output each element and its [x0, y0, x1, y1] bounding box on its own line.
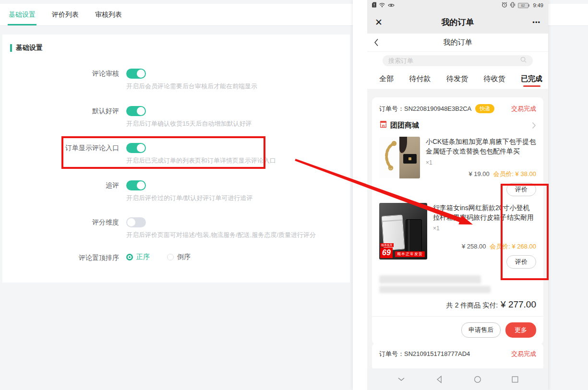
order-header: 订单号：SN2208190948E3B2CA 快递 交易完成: [379, 104, 536, 113]
evaluate-button[interactable]: 评价: [506, 183, 536, 196]
after-sale-button[interactable]: 申请售后: [461, 322, 501, 338]
evaluate-button[interactable]: 评价: [506, 255, 536, 269]
radio-dot-unchecked: [167, 254, 174, 260]
tab-label: 审核列表: [95, 11, 122, 19]
sim-card-alert-icon: [372, 1, 376, 10]
android-back-icon[interactable]: [435, 375, 444, 384]
product-price: ¥ 19.00: [468, 170, 489, 177]
setting-help: 开启后已完成订单的列表页和订单详情页显示评论入口: [126, 156, 276, 165]
order-sn: SN2208190948E3B2CA: [404, 105, 471, 112]
order-item[interactable]: 小CK链条加粗加宽单肩腋下包手提包金属链子改造替换包包配件单买 ×1 ¥ 19.…: [379, 137, 536, 196]
product-image-luggage: 领券低至 69 顺丰正常发货: [379, 203, 427, 260]
more-button[interactable]: 更多: [505, 322, 536, 338]
chevron-right-icon: [532, 122, 536, 129]
product-image-chain-bag: [379, 137, 420, 178]
member-price: 会员价: ¥ 268.00: [490, 243, 536, 250]
search-section: [367, 52, 548, 69]
order-card: 订单号：SN2208190948E3B2CA 快递 交易完成 团团商城: [372, 97, 543, 344]
product-price: ¥ 258.00: [462, 243, 486, 250]
radio-descending[interactable]: 倒序: [167, 253, 191, 261]
android-home-icon[interactable]: [473, 375, 482, 384]
express-badge: 快递: [475, 104, 494, 113]
order-actions: 申请售后 更多: [379, 317, 536, 338]
tab-review-list[interactable]: 评价列表: [51, 4, 80, 25]
tab-all[interactable]: 全部: [379, 70, 394, 88]
sort-radio-group: 正序 倒序: [126, 253, 191, 261]
phone-screenshot: 62 9:49 ✕ 我的订单 ••• 我的订单 全部: [353, 0, 548, 390]
toggle-rating-dimension[interactable]: [126, 217, 146, 227]
android-recents-icon[interactable]: [511, 375, 519, 384]
tab-completed[interactable]: 已完成: [521, 70, 542, 88]
phone-screen: 62 9:49 ✕ 我的订单 ••• 我的订单 全部: [367, 0, 548, 390]
tab-audit-list[interactable]: 审核列表: [94, 4, 123, 25]
alarm-icon: [502, 1, 507, 10]
battery-icon: 62: [518, 3, 529, 8]
total-price: ¥ 277.00: [501, 299, 536, 309]
eye-protection-icon: [388, 1, 395, 10]
setting-label: 默认好评: [2, 106, 119, 116]
wechat-title: 我的订单: [394, 17, 521, 28]
order-sn-label: 订单号：: [379, 105, 404, 112]
order-sn: SN2109151718777AD4: [404, 350, 470, 357]
setting-help: 开启后评价页面可对描述/包装,物流服务/配送,服务态度/质量进行评分: [126, 231, 316, 239]
total-label: 共 2 件商品 实付:: [446, 301, 500, 309]
vibrate-icon: [510, 1, 516, 10]
app-nav-title: 我的订单: [367, 38, 548, 47]
order-status: 交易完成: [511, 350, 536, 358]
setting-row-rating-dimension: 评分维度 开启后评价页面可对描述/包装,物流服务/配送,服务态度/质量进行评分: [2, 217, 350, 246]
toggle-comment-audit[interactable]: [126, 69, 146, 79]
wechat-header: ✕ 我的订单 •••: [367, 11, 548, 34]
product-qty: ×1: [426, 159, 536, 166]
setting-row-follow-up-review: 追评 开启后评价过的订单/默认好评订单可进行追评: [2, 180, 350, 209]
more-menu-icon[interactable]: •••: [521, 19, 540, 26]
tab-pending-shipment[interactable]: 待发货: [446, 70, 468, 88]
back-chevron-icon[interactable]: [374, 38, 379, 47]
tab-label: 基础设置: [9, 11, 36, 19]
order-sn-label: 订单号：: [379, 350, 404, 357]
toggle-default-good-review[interactable]: [126, 106, 146, 116]
setting-label: 订单显示评论入口: [2, 143, 119, 153]
redacted-address: [379, 275, 536, 293]
section-title-text: 基础设置: [16, 44, 43, 52]
setting-label: 评论审核: [2, 69, 119, 79]
setting-row-order-review-entry: 订单显示评论入口 开启后已完成订单的列表页和订单详情页显示评论入口: [2, 143, 350, 172]
radio-dot-checked: [126, 254, 133, 260]
coupon-mini-badge: 领券低至: [380, 243, 394, 247]
price-69-badge: 69: [380, 248, 393, 258]
section-title: 基础设置: [10, 44, 43, 52]
battery-percent: 62: [518, 3, 528, 8]
search-input-pill[interactable]: [383, 55, 533, 66]
member-price: 会员价: ¥ 38.00: [493, 170, 536, 177]
tab-basic-settings[interactable]: 基础设置: [8, 4, 36, 25]
order-list-area: 订单号：SN2208190948E3B2CA 快递 交易完成 团团商城: [367, 89, 548, 368]
tab-pending-receipt[interactable]: 待收货: [484, 70, 505, 88]
shop-row[interactable]: 团团商城: [379, 120, 536, 130]
setting-label: 评论置顶排序: [2, 253, 119, 263]
product-title: 小CK链条加粗加宽单肩腋下包手提包金属链子改造替换包包配件单买: [426, 137, 536, 156]
product-qty: ×1: [433, 225, 536, 232]
hide-nav-chevron-icon[interactable]: [396, 375, 407, 384]
setting-help: 开启后会员评论需要后台审核后才能在前端显示: [126, 82, 257, 91]
phone-status-bar: 62 9:49: [367, 0, 548, 11]
page: 基础设置 评价列表 审核列表 基础设置 评论审核 开启后会员评论需要后台审核后才…: [0, 0, 588, 390]
order-status-tabs: 全部 待付款 待发货 待收货 已完成: [367, 69, 548, 89]
android-nav-bar: [367, 368, 548, 390]
status-time: 9:49: [533, 2, 543, 8]
section-title-bar: [10, 44, 12, 52]
order-item[interactable]: 领券低至 69 顺丰正常发货 行李箱女ins网红新款20寸小登机拉杆箱男密码旅行…: [379, 203, 536, 269]
setting-row-default-good-review: 默认好评 开启后订单确认收货15天后自动增加默认好评: [2, 106, 350, 135]
radio-label: 倒序: [177, 253, 191, 261]
order-total: 共 2 件商品 实付: ¥ 277.00: [379, 299, 536, 310]
tab-pending-payment[interactable]: 待付款: [409, 70, 431, 88]
toggle-order-review-entry[interactable]: [126, 143, 146, 153]
setting-label: 评分维度: [2, 217, 119, 227]
toggle-follow-up-review[interactable]: [126, 180, 146, 190]
sf-express-band: 顺丰正常发货: [395, 251, 425, 257]
close-icon[interactable]: ✕: [375, 17, 394, 28]
radio-ascending[interactable]: 正序: [126, 253, 150, 261]
setting-row-comment-audit: 评论审核 开启后会员评论需要后台审核后才能在前端显示: [2, 69, 350, 97]
setting-help: 开启后订单确认收货15天后自动增加默认好评: [126, 119, 252, 128]
search-input[interactable]: [388, 57, 520, 64]
tab-label: 评价列表: [52, 11, 79, 19]
setting-row-comment-sort: 评论置顶排序 正序 倒序: [2, 253, 350, 282]
